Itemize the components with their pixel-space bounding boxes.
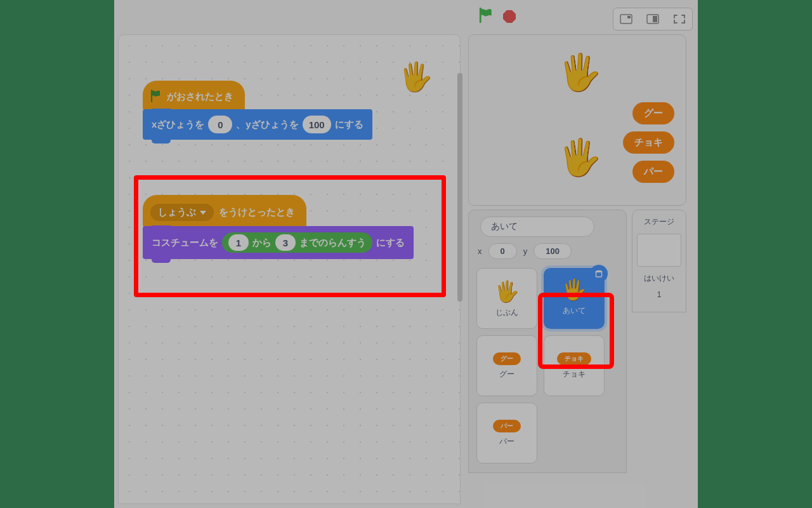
block-text: コスチュームを	[152, 237, 218, 249]
stage-title: ステージ	[636, 217, 682, 227]
sprite-label: チョキ	[563, 369, 586, 380]
x-label: x	[478, 246, 482, 256]
sprite-tile-choki[interactable]: チョキ チョキ	[544, 335, 605, 396]
hand-icon: 🖐️	[561, 277, 587, 302]
player-hand-icon: 🖐️	[558, 137, 602, 178]
block-text: までのらんすう	[299, 237, 366, 249]
hat-label: がおされたとき	[167, 91, 233, 103]
y-input[interactable]: 100	[303, 116, 331, 133]
block-stack-2[interactable]: しょうぶ をうけとったとき コスチュームを 1 から 3 までのらんすう にする	[143, 195, 414, 259]
green-flag-icon[interactable]	[479, 8, 493, 25]
scrollbar-thumb[interactable]	[457, 73, 462, 302]
opponent-hand-icon: 🖐️	[558, 51, 602, 93]
mini-button-icon: グー	[493, 352, 521, 365]
y-label: y	[523, 246, 528, 256]
message-dropdown[interactable]: しょうぶ	[150, 204, 214, 221]
sprite-label: パー	[499, 436, 514, 447]
fullscreen-button[interactable]	[667, 8, 692, 30]
block-text: にする	[335, 119, 363, 131]
stage-column: ステージ はいけい 1	[632, 210, 686, 312]
switch-costume-block[interactable]: コスチュームを 1 から 3 までのらんすう にする	[143, 226, 414, 259]
dropdown-caret-icon	[200, 211, 206, 215]
mini-button-icon: パー	[493, 420, 521, 432]
sprite-tile-aite[interactable]: 🖐️ あいて	[544, 268, 605, 329]
block-text: にする	[376, 237, 405, 249]
x-input[interactable]: 0	[208, 116, 232, 133]
svg-rect-4	[596, 272, 602, 277]
block-text: から	[252, 237, 272, 249]
sprite-tile-jibun[interactable]: 🖐️ じぶん	[476, 268, 537, 329]
mini-button-icon: チョキ	[557, 352, 591, 365]
sprite-coords: x 0 y 100	[478, 243, 620, 259]
sprite-tile-pa[interactable]: パー パー	[476, 403, 537, 464]
sprite-label: あいて	[563, 305, 586, 316]
view-small-stage-button[interactable]	[613, 8, 639, 30]
stage-thumbnail[interactable]	[637, 234, 681, 267]
svg-rect-1	[627, 16, 631, 18]
script-area[interactable]: 🖐️ がおされたとき xざひょうを 0 、yざひょうを 100 にする	[118, 34, 461, 504]
sprite-label: じぶん	[495, 307, 518, 318]
app-frame: 🖐️ がおされたとき xざひょうを 0 、yざひょうを 100 にする	[114, 0, 698, 508]
backdrops-count: 1	[636, 290, 682, 299]
stage-pa-button[interactable]: パー	[632, 161, 674, 183]
view-large-stage-button[interactable]	[640, 8, 665, 30]
stage-gu-button[interactable]: グー	[632, 102, 674, 124]
hand-icon: 🖐️	[494, 279, 520, 304]
random-from-input[interactable]: 1	[228, 234, 249, 251]
sprite-x-input[interactable]: 0	[488, 243, 517, 259]
when-receive-block[interactable]: しょうぶ をうけとったとき	[143, 195, 306, 227]
sprite-grid: 🖐️ じぶん 🖐️ あいて グー グー チョキ チョキ パー パー	[475, 268, 620, 469]
goto-xy-block[interactable]: xざひょうを 0 、yざひょうを 100 にする	[143, 109, 372, 140]
pick-random-block[interactable]: 1 から 3 までのらんすう	[222, 232, 372, 253]
svg-rect-3	[653, 16, 657, 22]
sprite-tile-gu[interactable]: グー グー	[476, 335, 537, 396]
block-text: 、yざひょうを	[236, 119, 298, 131]
top-bar	[114, 5, 698, 30]
when-flag-clicked-block[interactable]: がおされたとき	[143, 81, 245, 110]
stage-choki-button[interactable]: チョキ	[623, 131, 674, 154]
random-to-input[interactable]: 3	[275, 234, 296, 251]
sprite-name-input[interactable]: あいて	[480, 217, 594, 237]
stage-preview[interactable]: 🖐️ 🖐️ グー チョキ パー	[468, 34, 686, 206]
sprite-y-input[interactable]: 100	[534, 243, 572, 259]
block-text: xざひょうを	[152, 119, 204, 131]
block-stack-1[interactable]: がおされたとき xざひょうを 0 、yざひょうを 100 にする	[143, 81, 372, 140]
green-flag-icon	[150, 90, 162, 104]
hat-label: をうけとったとき	[219, 206, 295, 218]
sprite-label: グー	[499, 369, 514, 380]
stop-icon[interactable]	[503, 10, 516, 23]
sprite-panel: あいて x 0 y 100 🖐️ じぶん 🖐️ あいて グー グー	[468, 210, 627, 473]
delete-sprite-button[interactable]	[590, 265, 608, 283]
backdrops-label: はいけい	[636, 273, 682, 284]
view-mode-controls	[613, 8, 693, 30]
sprite-watermark-icon: 🖐️	[398, 60, 433, 93]
